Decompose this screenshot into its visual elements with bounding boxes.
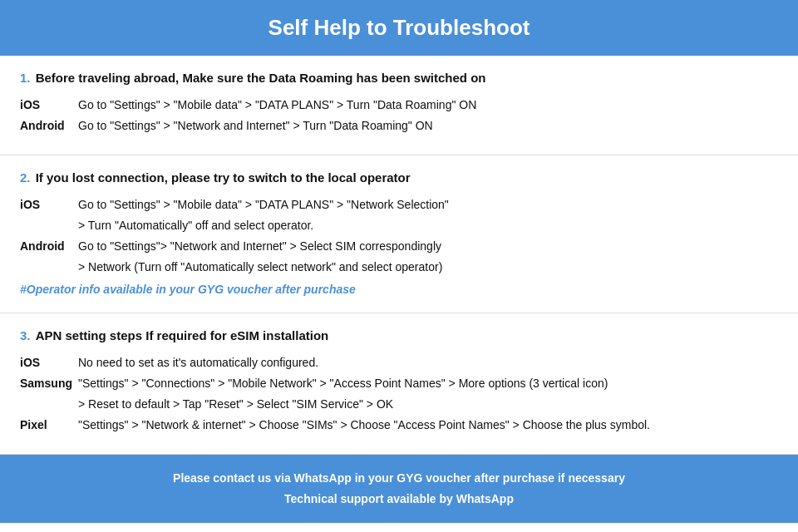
section-3-title: 3. APN setting steps If required for eSI…: [20, 327, 778, 344]
section-1-number: 1.: [20, 71, 31, 85]
section-3-ios-text: No need to set as it's automatically con…: [78, 354, 318, 372]
section-2-android-text: Go to "Settings"> "Network and Internet"…: [78, 238, 441, 255]
section-3-samsung-row: Samsung "Settings" > "Connections" > "Mo…: [20, 375, 778, 392]
section-1-ios-row: iOS Go to "Settings" > "Mobile data" > "…: [20, 96, 778, 114]
section-3-number: 3.: [20, 328, 31, 342]
section-2-ios-label: iOS: [20, 196, 78, 214]
footer: Please contact us via WhatsApp in your G…: [0, 455, 798, 523]
section-3-samsung-label: Samsung: [20, 375, 78, 392]
section-2-android-continuation: > Network (Turn off "Automatically selec…: [78, 259, 778, 276]
sections-container: 1. Before traveling abroad, Make sure th…: [0, 56, 798, 455]
section-2-title-text: If you lost connection, please try to sw…: [36, 170, 411, 185]
footer-line2: Technical support available by WhatsApp: [17, 489, 781, 510]
section-2-number: 2.: [20, 170, 31, 185]
footer-line1: Please contact us via WhatsApp in your G…: [17, 468, 781, 489]
section-3-samsung-text: "Settings" > "Connections" > "Mobile Net…: [78, 375, 608, 392]
section-2-ios-row: iOS Go to "Settings" > "Mobile data" > "…: [20, 196, 778, 214]
section-1-title-text: Before traveling abroad, Make sure the D…: [36, 71, 486, 85]
section-2: 2. If you lost connection, please try to…: [0, 155, 798, 313]
section-1-android-label: Android: [20, 117, 78, 135]
section-1: 1. Before traveling abroad, Make sure th…: [0, 56, 798, 155]
page-title: Self Help to Troubleshoot: [17, 15, 781, 41]
section-1-android-row: Android Go to "Settings" > "Network and …: [20, 117, 778, 135]
section-2-android-label: Android: [20, 238, 78, 255]
section-2-android-row: Android Go to "Settings"> "Network and I…: [20, 238, 778, 255]
section-3: 3. APN setting steps If required for eSI…: [0, 313, 798, 455]
section-2-ios-text: Go to "Settings" > "Mobile data" > "DATA…: [78, 196, 449, 214]
section-2-ios-continuation: > Turn "Automatically" off and select op…: [78, 217, 778, 234]
section-3-pixel-row: Pixel "Settings" > "Network & internet" …: [20, 416, 778, 434]
section-2-note: #Operator info available in your GYG vou…: [20, 283, 778, 296]
section-3-ios-row: iOS No need to set as it's automatically…: [20, 354, 778, 372]
section-1-title: 1. Before traveling abroad, Make sure th…: [20, 69, 778, 86]
section-3-ios-label: iOS: [20, 354, 78, 372]
header: Self Help to Troubleshoot: [0, 0, 798, 56]
section-3-samsung-continuation: > Reset to default > Tap "Reset" > Selec…: [78, 396, 778, 413]
section-2-title: 2. If you lost connection, please try to…: [20, 169, 778, 186]
section-1-android-text: Go to "Settings" > "Network and Internet…: [78, 117, 433, 135]
section-1-ios-text: Go to "Settings" > "Mobile data" > "DATA…: [78, 96, 476, 114]
section-3-pixel-text: "Settings" > "Network & internet" > Choo…: [78, 416, 650, 434]
section-3-title-text: APN setting steps If required for eSIM i…: [36, 328, 329, 342]
section-3-pixel-label: Pixel: [20, 416, 78, 434]
section-1-ios-label: iOS: [20, 96, 78, 114]
